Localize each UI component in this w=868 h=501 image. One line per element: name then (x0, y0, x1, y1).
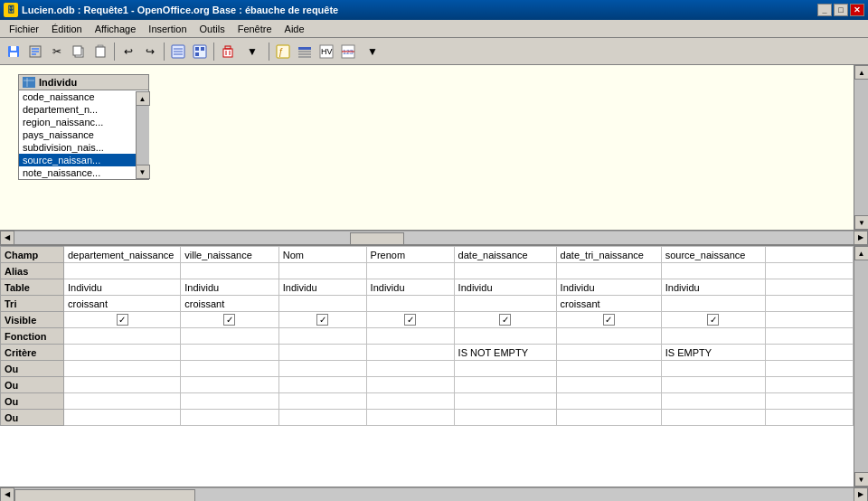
menu-affichage[interactable]: Affichage (90, 22, 142, 36)
design-hscrollbar[interactable]: ◀ ▶ (0, 230, 868, 244)
cell-table-prenom[interactable]: Individu (366, 279, 454, 296)
cell-ou4-prenom[interactable] (366, 410, 454, 426)
cell-ou3-ville[interactable] (181, 393, 278, 410)
table-scroll-down[interactable]: ▼ (136, 165, 150, 179)
more-button[interactable]: ▼ (240, 42, 265, 61)
cell-ou4-date-tri[interactable] (556, 410, 661, 426)
menu-fichier[interactable]: Fichier (4, 22, 44, 36)
close-button[interactable]: ✕ (850, 4, 864, 16)
table-scroll-up[interactable]: ▲ (136, 91, 150, 106)
field-note[interactable]: note_naissance... (19, 166, 148, 179)
checkbox-visible-source[interactable] (707, 314, 719, 326)
grid-hscroll-right[interactable]: ▶ (854, 487, 868, 502)
cell-ou3-nom[interactable] (278, 393, 366, 410)
group-button[interactable] (295, 42, 315, 61)
cell-ou3-source[interactable] (661, 393, 765, 410)
cell-alias-nom[interactable] (278, 263, 366, 279)
having-button[interactable]: HV (316, 42, 336, 61)
cell-ou2-empty[interactable] (766, 377, 854, 393)
cell-critere-empty[interactable] (766, 345, 854, 361)
cell-ou1-empty[interactable] (766, 361, 854, 377)
cell-tri-date-tri[interactable]: croissant (556, 296, 661, 312)
cell-champ-source[interactable]: source_naissance (661, 247, 765, 263)
cell-ou3-date[interactable] (454, 393, 556, 410)
redo-button[interactable]: ↪ (140, 42, 160, 61)
cell-visible-empty[interactable] (766, 312, 854, 328)
cell-ou2-ville[interactable] (181, 377, 278, 393)
menu-outils[interactable]: Outils (194, 22, 231, 36)
cell-ou2-source[interactable] (661, 377, 765, 393)
cell-alias-empty[interactable] (766, 263, 854, 279)
cell-champ-departement[interactable]: departement_naissance (64, 247, 181, 263)
cell-ou2-prenom[interactable] (366, 377, 454, 393)
cell-visible-date[interactable] (454, 312, 556, 328)
cell-ou4-ville[interactable] (181, 410, 278, 426)
cell-alias-departement[interactable] (64, 263, 181, 279)
cell-ou2-date[interactable] (454, 377, 556, 393)
cell-tri-date[interactable] (454, 296, 556, 312)
maximize-button[interactable]: □ (834, 4, 848, 16)
cell-fonction-date[interactable] (454, 328, 556, 345)
checkbox-visible-date-tri[interactable] (603, 314, 615, 326)
cell-ou3-prenom[interactable] (366, 393, 454, 410)
run-query-button[interactable] (168, 42, 188, 61)
cell-critere-departement[interactable] (64, 345, 181, 361)
cell-table-ville[interactable]: Individu (181, 279, 278, 296)
design-hscroll-right[interactable]: ▶ (854, 231, 868, 245)
cell-table-nom[interactable]: Individu (278, 279, 366, 296)
cell-ou4-empty[interactable] (766, 410, 854, 426)
cell-ou2-nom[interactable] (278, 377, 366, 393)
grid-vscrollbar[interactable]: ▲ ▼ (854, 246, 868, 487)
delete-button[interactable] (218, 42, 238, 61)
cell-tri-ville[interactable]: croissant (181, 296, 278, 312)
cell-table-empty[interactable] (766, 279, 854, 296)
cell-ou4-nom[interactable] (278, 410, 366, 426)
cell-ou1-nom[interactable] (278, 361, 366, 377)
cell-ou1-departement[interactable] (64, 361, 181, 377)
checkbox-visible-ville[interactable] (223, 314, 235, 326)
copy-button[interactable] (69, 42, 89, 61)
cell-critere-date[interactable]: IS NOT EMPTY (454, 345, 556, 361)
field-code-naissance[interactable]: code_naissance (19, 90, 148, 103)
cell-critere-date-tri[interactable] (556, 345, 661, 361)
cell-ou2-date-tri[interactable] (556, 377, 661, 393)
cell-ou3-departement[interactable] (64, 393, 181, 410)
cell-champ-date[interactable]: date_naissance (454, 247, 556, 263)
cell-tri-departement[interactable]: croissant (64, 296, 181, 312)
cell-visible-prenom[interactable] (366, 312, 454, 328)
cell-ou2-departement[interactable] (64, 377, 181, 393)
design-scroll-down[interactable]: ▼ (854, 215, 868, 230)
menu-fenetre[interactable]: Fenêtre (232, 22, 278, 36)
cell-tri-nom[interactable] (278, 296, 366, 312)
cell-ou4-source[interactable] (661, 410, 765, 426)
cell-alias-prenom[interactable] (366, 263, 454, 279)
checkbox-visible-prenom[interactable] (404, 314, 416, 326)
cell-table-source[interactable]: Individu (661, 279, 765, 296)
minimize-button[interactable]: _ (817, 4, 832, 16)
grid-scroll-down[interactable]: ▼ (854, 472, 869, 487)
cell-critere-source[interactable]: IS EMPTY (661, 345, 765, 361)
paste-button[interactable] (90, 42, 110, 61)
cell-visible-source[interactable] (661, 312, 765, 328)
field-source[interactable]: source_naissan... (19, 154, 148, 166)
cell-champ-ville[interactable]: ville_naissance (181, 247, 278, 263)
checkbox-visible-date[interactable] (499, 314, 511, 326)
field-pays[interactable]: pays_naissance (19, 128, 148, 141)
cell-visible-nom[interactable] (278, 312, 366, 328)
save-button[interactable] (4, 42, 24, 61)
more2-button[interactable]: ▼ (360, 42, 385, 61)
cell-fonction-empty[interactable] (766, 328, 854, 345)
cell-critere-ville[interactable] (181, 345, 278, 361)
cell-ou1-source[interactable] (661, 361, 765, 377)
cell-champ-prenom[interactable]: Prenom (366, 247, 454, 263)
cell-fonction-departement[interactable] (64, 328, 181, 345)
window-controls[interactable]: _ □ ✕ (817, 4, 864, 16)
cell-ou3-date-tri[interactable] (556, 393, 661, 410)
grid-hscroll-left[interactable]: ◀ (0, 487, 14, 502)
cell-champ-date-tri[interactable]: date_tri_naissance (556, 247, 661, 263)
cell-fonction-date-tri[interactable] (556, 328, 661, 345)
cell-fonction-ville[interactable] (181, 328, 278, 345)
cell-visible-ville[interactable] (181, 312, 278, 328)
cell-ou1-ville[interactable] (181, 361, 278, 377)
cell-fonction-nom[interactable] (278, 328, 366, 345)
